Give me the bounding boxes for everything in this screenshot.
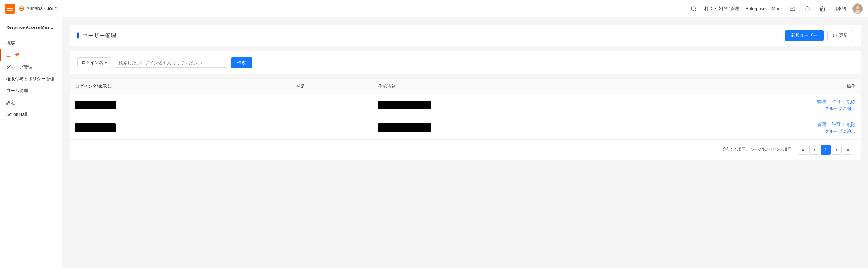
action-line-2-top: 管理 | 許可 | 削除 <box>817 122 856 128</box>
cell-note-2 <box>291 117 373 140</box>
redacted-date-2 <box>378 123 431 132</box>
permit-link-2[interactable]: 許可 <box>832 122 840 128</box>
divider-2b: | <box>843 122 844 127</box>
search-bar: ログイン名 ▾ 検索 <box>70 51 861 74</box>
sidebar-item-actiontrail[interactable]: ActionTrail <box>0 109 62 120</box>
redacted-login-1 <box>75 101 116 109</box>
col-created: 作成時刻 <box>373 79 649 94</box>
table-header: ログイン名/表示名 補足 作成時刻 操作 <box>70 79 861 94</box>
action-row-1: 管理 | 許可 | 削除 グループに追加 <box>654 99 856 111</box>
sidebar-item-roles[interactable]: ロール管理 <box>0 85 62 97</box>
search-input[interactable] <box>115 58 227 68</box>
search-icon[interactable] <box>689 4 698 13</box>
add-group-link-2[interactable]: グループに追加 <box>825 129 856 134</box>
next-page-button[interactable]: › <box>832 145 842 155</box>
page-title-bar <box>78 32 79 39</box>
refresh-button[interactable]: 更新 <box>827 30 853 41</box>
layout: Resource Access Man… 概要 ユーザー グループ管理 権限付与… <box>0 18 868 268</box>
add-group-link-1[interactable]: グループに追加 <box>825 106 856 111</box>
refresh-icon <box>833 33 837 38</box>
cell-actions-2: 管理 | 許可 | 削除 グループに追加 <box>649 117 861 140</box>
user-table: ログイン名/表示名 補足 作成時刻 操作 <box>70 79 861 160</box>
search-type-select[interactable]: ログイン名 ▾ <box>78 58 111 68</box>
new-user-button[interactable]: 新規ユーザー <box>785 30 824 41</box>
page-title: ユーザー管理 <box>83 32 116 39</box>
logo-icon: ⊖ <box>19 5 24 13</box>
sidebar-item-policies[interactable]: 権限付与とポリシー管理 <box>0 73 62 85</box>
redacted-login-2 <box>75 123 116 132</box>
current-page-button[interactable]: 1 <box>820 145 831 155</box>
sidebar-item-groups[interactable]: グループ管理 <box>0 61 62 73</box>
pagination-info: 合計: 2 項目, ページあたり: 20 項目 <box>722 147 792 153</box>
permit-link-1[interactable]: 許可 <box>832 99 840 105</box>
sidebar: Resource Access Man… 概要 ユーザー グループ管理 権限付与… <box>0 18 62 268</box>
logo-text: Alibaba Cloud <box>26 6 58 11</box>
manage-link-1[interactable]: 管理 <box>817 99 826 105</box>
home-icon[interactable] <box>818 4 827 13</box>
page-header: ユーザー管理 新規ユーザー 更新 <box>70 25 861 46</box>
page-title-container: ユーザー管理 <box>78 32 116 39</box>
cell-note-1 <box>291 94 373 117</box>
redacted-date-1 <box>378 101 431 109</box>
main-content: ユーザー管理 新規ユーザー 更新 ログイン名 ▾ 検索 <box>62 18 868 268</box>
action-line-1-bottom: グループに追加 <box>825 106 856 111</box>
divider-1a: | <box>828 99 830 104</box>
user-avatar[interactable] <box>852 3 863 14</box>
sidebar-title: Resource Access Man… <box>0 23 62 35</box>
svg-point-4 <box>856 6 859 9</box>
divider-2a: | <box>828 122 830 127</box>
table-row: 管理 | 許可 | 削除 グループに追加 <box>70 117 861 140</box>
logo[interactable]: ⊖ Alibaba Cloud <box>19 5 58 13</box>
sidebar-item-overview[interactable]: 概要 <box>0 37 62 49</box>
action-row-2: 管理 | 許可 | 削除 グループに追加 <box>654 122 856 134</box>
pagination-buttons: « ‹ 1 › » <box>798 145 853 155</box>
manage-link-2[interactable]: 管理 <box>817 122 826 128</box>
action-line-2-bottom: グループに追加 <box>825 129 856 134</box>
table: ログイン名/表示名 補足 作成時刻 操作 <box>70 79 861 139</box>
cell-login-2 <box>70 117 291 140</box>
svg-line-1 <box>695 10 696 11</box>
cell-actions-1: 管理 | 許可 | 削除 グループに追加 <box>649 94 861 117</box>
language-selector[interactable]: 日本語 <box>833 6 846 11</box>
message-icon[interactable] <box>788 4 797 13</box>
enterprise-nav-item[interactable]: Enterprise <box>746 6 766 11</box>
notification-icon[interactable] <box>803 4 812 13</box>
delete-link-1[interactable]: 削除 <box>847 99 856 105</box>
delete-link-2[interactable]: 削除 <box>847 122 856 128</box>
svg-point-0 <box>692 6 695 10</box>
more-nav-item[interactable]: More <box>772 6 782 11</box>
page-actions: 新規ユーザー 更新 <box>785 30 853 41</box>
first-page-button[interactable]: « <box>798 145 808 155</box>
sidebar-item-settings[interactable]: 設定 <box>0 97 62 109</box>
cell-created-2 <box>373 117 649 140</box>
divider-1b: | <box>843 99 844 104</box>
refresh-label: 更新 <box>839 33 848 38</box>
cell-created-1 <box>373 94 649 117</box>
prev-page-button[interactable]: ‹ <box>809 145 819 155</box>
pagination: 合計: 2 項目, ページあたり: 20 項目 « ‹ 1 › » <box>70 139 861 160</box>
search-button[interactable]: 検索 <box>231 58 252 68</box>
billing-nav-item[interactable]: 料金・支払い管理 <box>704 6 739 11</box>
last-page-button[interactable]: » <box>843 145 853 155</box>
header-nav: 料金・支払い管理 Enterprise More 日本語 <box>689 3 863 14</box>
col-note: 補足 <box>291 79 373 94</box>
header: ⊖ Alibaba Cloud 料金・支払い管理 Enterprise More <box>0 0 868 18</box>
table-body: 管理 | 許可 | 削除 グループに追加 <box>70 94 861 140</box>
search-select-label: ログイン名 ▾ <box>82 60 107 66</box>
table-row: 管理 | 許可 | 削除 グループに追加 <box>70 94 861 117</box>
cell-login-1 <box>70 94 291 117</box>
sidebar-item-users[interactable]: ユーザー <box>0 49 62 61</box>
col-login: ログイン名/表示名 <box>70 79 291 94</box>
col-actions: 操作 <box>649 79 861 94</box>
hamburger-menu-button[interactable] <box>5 4 15 14</box>
action-line-1-top: 管理 | 許可 | 削除 <box>817 99 856 105</box>
